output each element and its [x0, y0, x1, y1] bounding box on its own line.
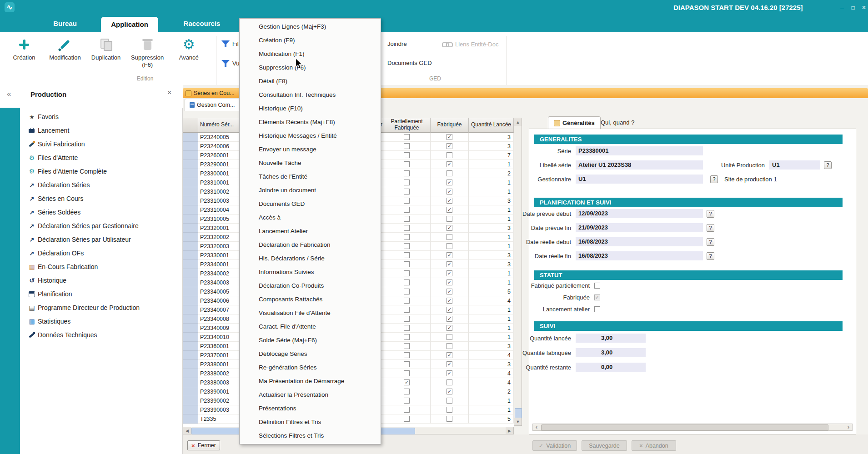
partiellement-checkbox[interactable]: [404, 325, 410, 331]
fabriquee-checkbox[interactable]: [447, 398, 452, 404]
cell-fabriquee[interactable]: [431, 378, 469, 387]
cell-numero-serie[interactable]: P23310003: [198, 196, 240, 205]
partiellement-checkbox[interactable]: [404, 270, 410, 276]
row-gutter[interactable]: [183, 333, 198, 342]
tab-raccourcis[interactable]: Raccourcis: [169, 15, 235, 32]
cell-numero-serie[interactable]: P23290001: [198, 160, 240, 169]
gestionnaire-field[interactable]: U1: [576, 175, 703, 184]
partiellement-checkbox[interactable]: [404, 252, 410, 258]
fabriquee-checkbox[interactable]: [447, 407, 452, 413]
validation-button[interactable]: Validation: [532, 440, 577, 451]
cell-fabriquee[interactable]: [431, 169, 469, 178]
row-gutter[interactable]: [183, 142, 198, 151]
partiellement-checkbox[interactable]: [404, 307, 410, 313]
cell-numero-serie[interactable]: P23310001: [198, 178, 240, 187]
cell-fabriquee[interactable]: [431, 351, 469, 360]
cell-fabriquee[interactable]: [431, 160, 469, 169]
cell-partiellement[interactable]: [383, 314, 431, 324]
cell-fabriquee[interactable]: [431, 269, 469, 278]
context-menu-item[interactable]: Déclaration de Fabrication: [241, 238, 379, 252]
help-button[interactable]: ?: [707, 210, 714, 218]
cell-numero-serie[interactable]: P23380001: [198, 360, 240, 369]
cell-quantite[interactable]: 4: [469, 378, 514, 387]
context-menu-item[interactable]: Visualisation File d'Attente: [241, 306, 379, 320]
header-quantite-lancee[interactable]: Quantité Lancée: [469, 118, 514, 133]
tree-item[interactable]: Files d'Attente: [20, 151, 182, 165]
header-fabriquee[interactable]: Fabriquée: [431, 118, 469, 133]
fabriquee-checkbox[interactable]: [447, 216, 452, 222]
row-gutter[interactable]: [183, 151, 198, 160]
row-gutter[interactable]: [183, 296, 198, 305]
context-menu-item[interactable]: Déblocage Séries: [241, 347, 379, 361]
tree-item[interactable]: Déclaration Séries: [20, 178, 182, 192]
context-menu-item[interactable]: Consultation Inf. Techniques: [241, 88, 379, 102]
row-gutter[interactable]: [183, 160, 198, 169]
gestion-complete-tab[interactable]: Gestion Com...: [185, 99, 240, 111]
cell-fabriquee[interactable]: [431, 242, 469, 251]
minimize-icon[interactable]: [837, 0, 847, 15]
tab-qui-quand[interactable]: Qui, quand ?: [595, 116, 640, 129]
partiellement-checkbox[interactable]: [404, 261, 410, 267]
partiellement-checkbox[interactable]: [404, 198, 410, 204]
partiellement-checkbox[interactable]: [404, 161, 410, 167]
rail-icon[interactable]: [0, 269, 20, 290]
libelle-serie-field[interactable]: Atelier U1 2023S38: [576, 160, 703, 170]
fabriquee-checkbox[interactable]: [447, 379, 452, 385]
cell-numero-serie[interactable]: P23390002: [198, 396, 240, 405]
fabriquee-checkbox[interactable]: [447, 225, 452, 231]
fabriquee-checkbox[interactable]: [447, 189, 452, 195]
context-menu-item[interactable]: His. Déclarations / Série: [241, 252, 379, 265]
fabriquee-checkbox[interactable]: [447, 389, 452, 394]
cell-partiellement[interactable]: [383, 187, 431, 196]
tree-item[interactable]: En-Cours Fabrication: [20, 260, 182, 274]
cell-numero-serie[interactable]: P23380003: [198, 378, 240, 387]
cell-numero-serie[interactable]: P23360001: [198, 342, 240, 351]
cell-fabriquee[interactable]: [431, 405, 469, 414]
cell-fabriquee[interactable]: [431, 187, 469, 196]
cell-quantite[interactable]: 1: [469, 396, 514, 405]
rail-icon[interactable]: [0, 148, 20, 169]
partiellement-checkbox[interactable]: [404, 334, 410, 340]
unite-production-field[interactable]: U1: [769, 160, 820, 170]
cell-partiellement[interactable]: [383, 342, 431, 351]
cell-fabriquee[interactable]: [431, 396, 469, 405]
partiellement-checkbox[interactable]: [404, 343, 410, 349]
toolbar-button[interactable]: Duplication: [85, 35, 126, 69]
context-menu-item[interactable]: Historique Messages / Entité: [241, 129, 379, 143]
row-gutter[interactable]: [183, 133, 198, 142]
partiellement-checkbox[interactable]: [404, 298, 410, 304]
scroll-right-icon[interactable]: [506, 427, 513, 434]
toolbar-button[interactable]: Suppression (F6): [126, 35, 168, 69]
cell-numero-serie[interactable]: P23340005: [198, 287, 240, 296]
fabriquee-checkbox[interactable]: [447, 370, 452, 376]
tree-item[interactable]: Données Techniques: [20, 328, 182, 342]
fabriquee-checkbox[interactable]: [447, 352, 452, 358]
row-gutter[interactable]: [183, 396, 198, 405]
row-gutter[interactable]: [183, 169, 198, 178]
cell-numero-serie[interactable]: P23330001: [198, 251, 240, 260]
fabriquee-checkbox[interactable]: [447, 143, 452, 149]
partiellement-checkbox[interactable]: [404, 207, 410, 213]
cell-numero-serie[interactable]: T2335: [198, 414, 240, 424]
cell-partiellement[interactable]: [383, 333, 431, 342]
partiellement-checkbox[interactable]: [404, 225, 410, 231]
tree-item[interactable]: Suivi Fabrication: [20, 137, 182, 151]
cell-partiellement[interactable]: [383, 269, 431, 278]
row-gutter[interactable]: [183, 278, 198, 287]
cell-fabriquee[interactable]: [431, 387, 469, 396]
cell-fabriquee[interactable]: [431, 224, 469, 233]
cell-numero-serie[interactable]: P23340002: [198, 269, 240, 278]
cell-fabriquee[interactable]: [431, 133, 469, 142]
statut-checkbox[interactable]: [594, 294, 600, 300]
cell-numero-serie[interactable]: P23300001: [198, 169, 240, 178]
fabriquee-checkbox[interactable]: [447, 361, 452, 367]
fabriquee-checkbox[interactable]: [447, 252, 452, 258]
tree-item[interactable]: Programme Directeur de Production: [20, 301, 182, 314]
cell-partiellement[interactable]: [383, 205, 431, 215]
row-gutter[interactable]: [183, 187, 198, 196]
fabriquee-checkbox[interactable]: [447, 152, 452, 158]
cell-partiellement[interactable]: [383, 387, 431, 396]
context-menu-item[interactable]: Suppression (F6): [241, 61, 379, 75]
cell-numero-serie[interactable]: P23320003: [198, 242, 240, 251]
row-gutter[interactable]: [183, 224, 198, 233]
